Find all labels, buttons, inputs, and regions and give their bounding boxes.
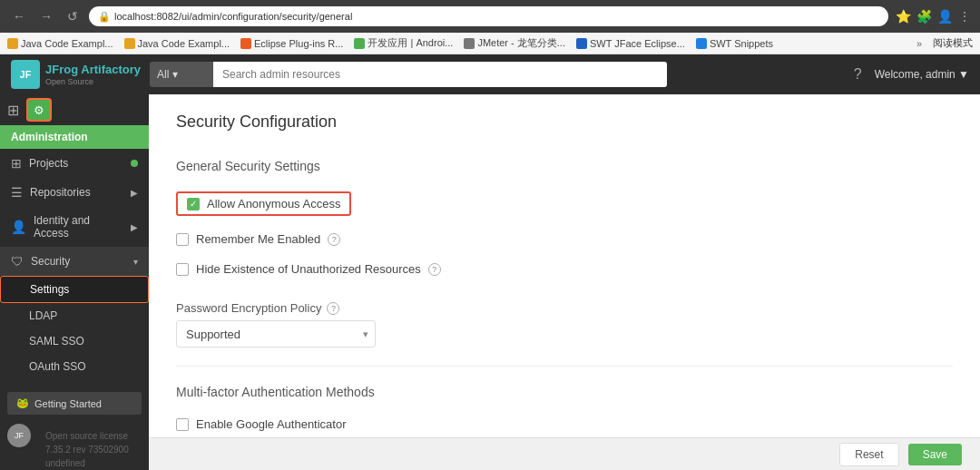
repositories-icon: ☰ bbox=[11, 185, 23, 200]
bookmark-java1[interactable]: Java Code Exampl... bbox=[7, 38, 113, 49]
allow-anonymous-checkbox[interactable] bbox=[187, 198, 200, 211]
password-policy-select-wrapper: Supported Required Unsupported ▾ bbox=[176, 320, 376, 348]
brand-sub: Open Source bbox=[45, 77, 141, 86]
main-content: Security Configuration General Security … bbox=[149, 94, 980, 470]
sidebar-item-projects[interactable]: ⊞ Projects bbox=[0, 149, 149, 178]
bookmark-jmeter[interactable]: JMeter - 龙笔分类... bbox=[464, 36, 565, 50]
nav-forward-btn[interactable]: → bbox=[36, 7, 56, 25]
password-policy-select[interactable]: Supported Required Unsupported bbox=[176, 320, 376, 348]
section-divider bbox=[176, 366, 953, 367]
profile-icon[interactable]: 👤 bbox=[937, 9, 953, 24]
google-auth-checkbox[interactable] bbox=[176, 418, 189, 431]
general-settings-group: General Security Settings Allow Anonymou… bbox=[176, 159, 953, 279]
bookmark-dev[interactable]: 开发应用 | Androi... bbox=[354, 36, 453, 50]
projects-status-dot bbox=[131, 160, 138, 167]
security-arrow-icon: ▾ bbox=[133, 257, 138, 267]
sidebar-admin-label: Administration bbox=[11, 131, 88, 143]
allow-anonymous-label: Allow Anonymous Access bbox=[207, 197, 340, 211]
sidebar-subitem-settings[interactable]: Settings bbox=[0, 276, 149, 303]
admin-gear-icon[interactable]: ⚙ bbox=[26, 98, 52, 122]
bookmark-jmeter-icon bbox=[464, 38, 475, 49]
ldap-label: LDAP bbox=[29, 309, 57, 322]
bookmark-swt2[interactable]: SWT Snippets bbox=[696, 38, 773, 49]
version-area: JF Open source license 7.35.2 rev 735029… bbox=[0, 418, 149, 470]
save-button[interactable]: Save bbox=[908, 444, 962, 465]
body-layout: ⊞ ⚙ Administration ⊞ Projects ☰ Reposito… bbox=[0, 94, 980, 470]
search-scope-dropdown[interactable]: All ▾ bbox=[150, 62, 213, 87]
sidebar-security-label: Security bbox=[31, 255, 70, 268]
remember-me-row: Remember Me Enabled ? bbox=[176, 229, 953, 250]
getting-started-icon: 🐸 bbox=[16, 397, 29, 409]
bookmark-java2[interactable]: Java Code Exampl... bbox=[124, 38, 230, 49]
frog-logo-small: JF bbox=[7, 424, 31, 447]
password-policy-label-row: Password Encryption Policy ? bbox=[176, 301, 953, 315]
top-nav: JF JFrog Artifactory Open Source All ▾ ?… bbox=[0, 54, 980, 94]
secure-icon: 🔒 bbox=[98, 11, 111, 23]
allow-anonymous-highlight: Allow Anonymous Access bbox=[176, 191, 351, 216]
bookmarks-more[interactable]: » bbox=[916, 38, 922, 49]
remember-me-label: Remember Me Enabled bbox=[196, 232, 320, 246]
sidebar-repositories-label: Repositories bbox=[30, 186, 91, 199]
bookmark-swt2-icon bbox=[696, 38, 707, 49]
hide-existence-checkbox[interactable] bbox=[176, 263, 189, 276]
repositories-arrow-icon: ▶ bbox=[131, 188, 138, 198]
bookmark-swt1[interactable]: SWT JFace Eclipse... bbox=[576, 38, 685, 49]
url-text: localhost:8082/ui/admin/configuration/se… bbox=[114, 11, 352, 22]
oauth-label: OAuth SSO bbox=[29, 360, 86, 373]
password-policy-group: Password Encryption Policy ? Supported R… bbox=[176, 301, 953, 348]
brand-text: JFrog Artifactory Open Source bbox=[45, 63, 141, 86]
search-area: All ▾ bbox=[150, 62, 845, 87]
bookmarks-bar: Java Code Exampl... Java Code Exampl... … bbox=[0, 33, 980, 54]
getting-started-btn[interactable]: 🐸 Getting Started bbox=[7, 392, 142, 415]
getting-started-area: 🐸 Getting Started bbox=[0, 388, 149, 418]
extension-icon[interactable]: ⭐ bbox=[896, 9, 911, 24]
remember-me-checkbox[interactable] bbox=[176, 233, 189, 246]
browser-chrome: ← → ↺ 🔒 localhost:8082/ui/admin/configur… bbox=[0, 0, 980, 33]
bookmark-java2-icon bbox=[124, 38, 135, 49]
settings-label: Settings bbox=[30, 283, 69, 296]
version-text: Open source license 7.35.2 rev 73502900 … bbox=[36, 424, 138, 470]
action-bar: Reset Save bbox=[149, 437, 980, 470]
remember-me-info-icon[interactable]: ? bbox=[328, 233, 340, 246]
logo-area: JF JFrog Artifactory Open Source bbox=[11, 60, 141, 89]
sidebar-subitem-saml[interactable]: SAML SSO bbox=[0, 328, 149, 354]
sidebar-subitem-ldap[interactable]: LDAP bbox=[0, 303, 149, 328]
sidebar-item-security[interactable]: 🛡 Security ▾ bbox=[0, 247, 149, 276]
sidebar-subitem-oauth[interactable]: OAuth SSO bbox=[0, 354, 149, 379]
sidebar-item-repositories[interactable]: ☰ Repositories ▶ bbox=[0, 178, 149, 207]
user-menu[interactable]: Welcome, admin ▼ bbox=[875, 68, 969, 81]
nav-back-btn[interactable]: ← bbox=[9, 7, 29, 25]
nav-refresh-btn[interactable]: ↺ bbox=[64, 7, 82, 25]
grid-icon[interactable]: ⊞ bbox=[7, 102, 19, 119]
read-mode-btn[interactable]: 阅读模式 bbox=[933, 36, 973, 50]
sidebar-admin-header: Administration bbox=[0, 125, 149, 149]
hide-existence-label: Hide Existence of Unauthorized Resources bbox=[196, 262, 421, 276]
bookmark-dev-icon bbox=[354, 38, 365, 49]
content-inner: Security Configuration General Security … bbox=[149, 94, 980, 470]
jfrog-logo: JF bbox=[11, 60, 40, 89]
search-input[interactable] bbox=[213, 62, 667, 87]
sidebar: ⊞ ⚙ Administration ⊞ Projects ☰ Reposito… bbox=[0, 94, 149, 470]
sidebar-identity-label: Identity and Access bbox=[34, 214, 123, 240]
identity-icon: 👤 bbox=[11, 220, 26, 234]
mfa-section-title: Multi-factor Authentication Methods bbox=[176, 385, 953, 399]
sidebar-projects-label: Projects bbox=[29, 157, 68, 170]
password-policy-info-icon[interactable]: ? bbox=[327, 302, 339, 315]
bookmark-eclipse[interactable]: Eclipse Plug-ins R... bbox=[240, 38, 343, 49]
general-section-title: General Security Settings bbox=[176, 159, 953, 173]
sidebar-top-icons: ⊞ ⚙ bbox=[0, 94, 149, 125]
mfa-settings-group: Multi-factor Authentication Methods Enab… bbox=[176, 385, 953, 435]
app-wrapper: JF JFrog Artifactory Open Source All ▾ ?… bbox=[0, 54, 980, 470]
security-icon: 🛡 bbox=[11, 254, 24, 269]
reset-button[interactable]: Reset bbox=[839, 443, 898, 466]
dropdown-chevron-icon: ▾ bbox=[172, 68, 178, 81]
url-bar[interactable]: 🔒 localhost:8082/ui/admin/configuration/… bbox=[89, 6, 888, 26]
sidebar-item-identity[interactable]: 👤 Identity and Access ▶ bbox=[0, 207, 149, 247]
bookmark-java1-icon bbox=[7, 38, 18, 49]
browser-action-icons: ⭐ 🧩 👤 ⋮ bbox=[896, 9, 971, 24]
extensions-icon[interactable]: 🧩 bbox=[916, 9, 932, 24]
allow-anonymous-row: Allow Anonymous Access bbox=[176, 188, 953, 220]
menu-icon[interactable]: ⋮ bbox=[958, 9, 971, 24]
help-icon[interactable]: ? bbox=[854, 66, 862, 83]
hide-existence-info-icon[interactable]: ? bbox=[428, 263, 441, 276]
